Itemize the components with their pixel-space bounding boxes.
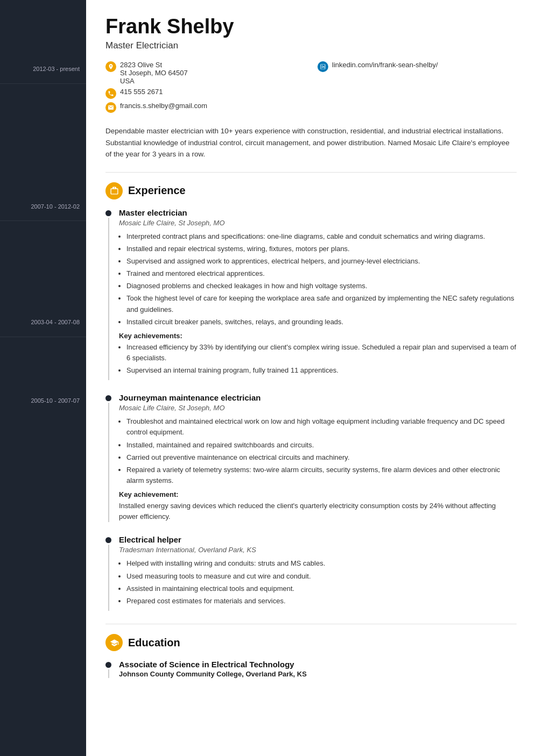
- education-header: Education: [105, 634, 517, 651]
- job-3-bullets: Helped with installing wiring and condui…: [126, 558, 517, 607]
- job-1-achievements-label: Key achievements:: [119, 332, 517, 340]
- exp1-date: 2012-03 - present: [0, 65, 86, 83]
- list-item: Helped with installing wiring and condui…: [126, 558, 517, 569]
- education-title: Education: [128, 637, 180, 649]
- email-icon: [105, 102, 116, 113]
- job-1-content: Master electrician Mosaic Life Claire, S…: [119, 208, 517, 381]
- contact-linkedin: linkedin.com/in/frank-sean-shelby/: [318, 61, 517, 72]
- edu1-date: 2005-10 - 2007-07: [0, 337, 86, 415]
- edu-1-content: Associate of Science in Electrical Techn…: [119, 660, 517, 678]
- job-3-line: [108, 545, 109, 611]
- contact-section: 2823 Olive St St Joseph, MO 64507 USA 41…: [105, 61, 517, 116]
- list-item: Installed and repair electrical systems,…: [126, 244, 517, 254]
- edu-1: Associate of Science in Electrical Techn…: [105, 660, 517, 678]
- contact-phone: 415 555 2671: [105, 88, 305, 99]
- job-3-dot: [105, 537, 111, 543]
- divider-experience: [105, 172, 517, 173]
- job-2-title: Journeyman maintenance electrician: [119, 393, 517, 402]
- experience-title: Experience: [128, 184, 186, 197]
- list-item: Prepared cost estimates for materials an…: [126, 596, 517, 607]
- job-2-line: [108, 403, 109, 522]
- exp2-date: 2007-10 - 2012-02: [0, 83, 86, 221]
- contact-address: 2823 Olive St St Joseph, MO 64507 USA: [105, 61, 305, 85]
- divider-education: [105, 624, 517, 624]
- job-2: Journeyman maintenance electrician Mosai…: [105, 393, 517, 522]
- location-icon: [105, 61, 116, 72]
- list-item: Trained and mentored electrical apprenti…: [126, 268, 517, 279]
- briefcase-icon: [105, 182, 123, 199]
- address-line3: USA: [120, 77, 188, 85]
- job-2-dot: [105, 395, 111, 401]
- job-1-dot-line: [105, 210, 111, 381]
- summary-text: Dependable master electrician with 10+ y…: [105, 125, 517, 160]
- job-2-content: Journeyman maintenance electrician Mosai…: [119, 393, 517, 522]
- list-item: Took the highest level of care for keepi…: [126, 293, 517, 315]
- email-address: francis.s.shelby@gmail.com: [120, 102, 207, 110]
- list-item: Assisted in maintaining electrical tools…: [126, 583, 517, 594]
- job-1-line: [108, 218, 109, 381]
- linkedin-icon: [318, 61, 328, 72]
- candidate-title: Master Electrician: [105, 40, 517, 51]
- job-1-dot: [105, 210, 111, 216]
- list-item: Used measuring tools to measure and cut …: [126, 571, 517, 582]
- list-item: Carried out preventive maintenance on el…: [126, 452, 517, 463]
- job-3: Electrical helper Tradesman Internationa…: [105, 535, 517, 611]
- contact-email: francis.s.shelby@gmail.com: [105, 102, 305, 113]
- job-1: Master electrician Mosaic Life Claire, S…: [105, 208, 517, 381]
- job-2-achievement-text: Installed energy saving devices which re…: [119, 501, 517, 522]
- list-item: Troubleshot and maintained electrical wo…: [126, 416, 517, 438]
- job-2-dot-line: [105, 395, 111, 522]
- linkedin-url: linkedin.com/in/frank-sean-shelby/: [332, 61, 438, 69]
- list-item: Diagnosed problems and checked leakages …: [126, 281, 517, 291]
- job-3-dot-line: [105, 537, 111, 611]
- experience-header: Experience: [105, 182, 517, 199]
- job-3-company: Tradesman International, Overland Park, …: [119, 546, 517, 554]
- edu-1-school: Johnson County Community College, Overla…: [119, 670, 517, 678]
- main-content: Frank Shelby Master Electrician 2823 Oli…: [86, 0, 536, 756]
- list-item: Installed, maintained and repaired switc…: [126, 440, 517, 451]
- list-item: Increased efficiency by 33% by identifyi…: [126, 342, 517, 363]
- job-3-content: Electrical helper Tradesman Internationa…: [119, 535, 517, 611]
- address-line1: 2823 Olive St: [120, 61, 188, 69]
- address-line2: St Joseph, MO 64507: [120, 69, 188, 77]
- edu-1-dot-line: [105, 662, 111, 678]
- list-item: Installed circuit breaker panels, switch…: [126, 317, 517, 327]
- edu-1-line: [108, 669, 109, 678]
- list-item: Supervised an internal training program,…: [126, 365, 517, 376]
- job-2-achievements-label: Key achievement:: [119, 490, 517, 498]
- sidebar: 2012-03 - present 2007-10 - 2012-02 2003…: [0, 0, 86, 756]
- exp3-date: 2003-04 - 2007-08: [0, 220, 86, 337]
- list-item: Interpreted contract plans and specifica…: [126, 231, 517, 242]
- edu-1-dot: [105, 662, 111, 668]
- list-item: Repaired a variety of telemetry systems:…: [126, 465, 517, 486]
- phone-icon: [105, 88, 116, 99]
- candidate-name: Frank Shelby: [105, 15, 517, 38]
- job-1-title: Master electrician: [119, 208, 517, 217]
- list-item: Supervised and assigned work to apprenti…: [126, 256, 517, 267]
- job-1-company: Mosaic Life Claire, St Joseph, MO: [119, 219, 517, 227]
- job-1-bullets: Interpreted contract plans and specifica…: [126, 231, 517, 327]
- graduation-icon: [105, 634, 123, 651]
- edu-1-degree: Associate of Science in Electrical Techn…: [119, 660, 517, 669]
- job-2-bullets: Troubleshot and maintained electrical wo…: [126, 416, 517, 486]
- job-1-achievements-list: Increased efficiency by 33% by identifyi…: [126, 342, 517, 376]
- phone-number: 415 555 2671: [120, 88, 163, 96]
- job-2-company: Mosaic Life Claire, St Joseph, MO: [119, 404, 517, 412]
- job-3-title: Electrical helper: [119, 535, 517, 544]
